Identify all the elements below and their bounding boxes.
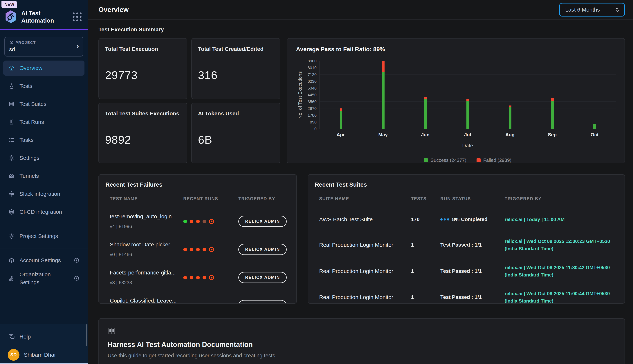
recent-runs-dots[interactable] [183, 247, 238, 252]
sidebar-item-tunnels[interactable]: Tunnels [3, 168, 85, 184]
chevron-right-icon: › [76, 42, 79, 51]
stat-title: AI Tokens Used [198, 110, 274, 125]
project-selector[interactable]: PROJECT sd › [5, 37, 83, 56]
legend-item-success[interactable]: Success (24377) [424, 158, 466, 163]
stat-card-ai-tokens: AI Tokens Used 6B [191, 103, 280, 163]
suite-triggered-by[interactable]: relicx.ai | Wed Oct 08 2025 11:00:44 GMT… [505, 290, 618, 304]
suite-name[interactable]: Real Production Login Monitor [319, 294, 411, 300]
suite-name[interactable]: AWS Batch Test Suite [319, 216, 411, 222]
sidebar-item-label: Help [20, 334, 31, 340]
sidebar-item-test-suites[interactable]: Test Suites [3, 96, 85, 112]
docs-description: Use this guide to get started recording … [108, 352, 616, 359]
recent-runs-dots[interactable] [183, 219, 238, 224]
suite-tests-count: 170 [411, 216, 440, 222]
test-meta: v4 | 81996 [110, 224, 183, 229]
sidebar-item-test-runs[interactable]: Test Runs [3, 114, 85, 130]
flask-icon [9, 83, 15, 89]
table-row[interactable]: Real Production Login Monitor 1 Test Pas… [315, 284, 618, 304]
sidebar-item-slack[interactable]: Slack integration [3, 186, 85, 202]
suite-run-status: Test Passed : 1/1 [440, 294, 505, 300]
sidebar-item-label: Tunnels [20, 173, 39, 179]
triggered-by-button[interactable]: RELICX ADMIN [238, 216, 287, 227]
sidebar-nav: Overview Tests Test Suites Test Runs [0, 60, 88, 289]
stat-value: 316 [198, 68, 274, 82]
project-cube-icon [9, 40, 14, 45]
test-meta: v3 | 63238 [110, 280, 183, 286]
recent-runs-dots[interactable] [183, 275, 238, 280]
sidebar-item-organization-settings[interactable]: Organization Settings [3, 271, 85, 286]
stat-card-suite-executions: Total Test Suites Executions 9892 [98, 103, 187, 163]
legend-success-swatch [424, 158, 428, 162]
project-label: PROJECT [16, 40, 36, 45]
suite-tests-count: 1 [411, 268, 440, 274]
docs-title: Harness AI Test Automation Documentation [108, 341, 616, 348]
sidebar-item-tasks[interactable]: Tasks [3, 132, 85, 148]
list-icon [9, 137, 15, 143]
recent-runs-dots[interactable] [183, 303, 238, 304]
test-name[interactable]: test-removing_auto_login... [110, 213, 183, 220]
sidebar-item-project-settings[interactable]: Project Settings [3, 228, 85, 244]
time-range-select[interactable]: Last 6 Months [559, 3, 625, 16]
sidebar-item-help[interactable]: Help [3, 329, 85, 344]
user-menu[interactable]: SD Shibam Dhar [0, 346, 88, 364]
sidebar-item-label: CI-CD integration [20, 209, 62, 215]
test-name[interactable]: Shadow root Date picker ... [110, 242, 183, 248]
legend-item-failed[interactable]: Failed (2939) [477, 158, 511, 163]
suite-status-text: Test Passed : 1/1 [440, 294, 482, 300]
table-row[interactable]: Real Production Login Monitor 1 Test Pas… [315, 258, 618, 284]
sidebar-item-tests[interactable]: Tests [3, 78, 85, 94]
suite-tests-count: 1 [411, 242, 440, 248]
sidebar-item-label: Project Settings [20, 233, 58, 239]
sidebar-item-label: Slack integration [20, 191, 60, 197]
table-row[interactable]: Real Production Login Monitor 1 Test Pas… [315, 232, 618, 258]
suite-name[interactable]: Real Production Login Monitor [319, 242, 411, 248]
sidebar-item-settings[interactable]: Settings [3, 150, 85, 166]
suite-triggered-by[interactable]: relicx.ai | Today | 11:00 AM [505, 216, 618, 223]
section-title: Test Execution Summary [98, 26, 625, 33]
column-header: RUN STATUS [440, 196, 505, 201]
table-row[interactable]: Facets-performance-gitla... v3 | 63238 R… [105, 263, 290, 291]
table-row[interactable]: Copilot: Classified: Leave... v6 | 63129… [105, 291, 290, 304]
stat-card-total-test-execution: Total Test Execution 29773 [98, 38, 187, 99]
triggered-by-button[interactable]: RELICX ADMIN [238, 272, 287, 283]
sidebar-item-account-settings[interactable]: Account Settings [3, 253, 85, 268]
test-name[interactable]: Copilot: Classified: Leave... [110, 298, 183, 304]
divider [0, 248, 88, 248]
column-header: SUITE NAME [319, 196, 411, 201]
info-icon[interactable] [74, 276, 79, 281]
main-content: Overview Last 6 Months Test Execution Su… [88, 0, 633, 364]
stat-card-total-test-created: Total Test Created/Edited 316 [191, 38, 280, 99]
stat-value: 6B [198, 133, 274, 146]
stat-title: Total Test Created/Edited [198, 45, 274, 60]
suite-triggered-by[interactable]: relicx.ai | Wed Oct 08 2025 11:30:42 GMT… [505, 264, 618, 279]
triggered-by-button[interactable]: RELICX ADMIN [238, 300, 287, 304]
docs-book-icon [108, 327, 116, 335]
cicd-icon [9, 209, 15, 215]
page-title: Overview [98, 6, 129, 14]
triggered-by-button[interactable]: RELICX ADMIN [238, 244, 287, 255]
chart-legend: Success (24377) Failed (2939) [320, 158, 616, 163]
app-logo-icon [5, 10, 17, 24]
stat-value: 29773 [105, 68, 181, 82]
progress-dots-icon [440, 218, 449, 220]
recent-test-suites-card: Recent Test Suites SUITE NAME TESTS RUN … [308, 174, 625, 304]
sidebar-item-label: Settings [20, 155, 39, 161]
sidebar-item-cicd[interactable]: CI-CD integration [3, 204, 85, 220]
suite-name[interactable]: Real Production Login Monitor [319, 268, 411, 274]
info-icon[interactable] [74, 258, 79, 263]
sidebar-horizontal-scrollbar[interactable] [0, 363, 88, 364]
chart-plot [320, 61, 616, 129]
app-title: AI Test Automation [21, 10, 60, 24]
test-name[interactable]: Facets-performance-gitla... [110, 270, 183, 276]
table-row[interactable]: test-removing_auto_login... v4 | 81996 R… [105, 207, 290, 235]
sidebar-item-label: Test Suites [20, 101, 47, 107]
table-row[interactable]: AWS Batch Test Suite 170 8% Completed re… [315, 207, 618, 232]
sidebar-item-overview[interactable]: Overview [3, 60, 85, 76]
sidebar-item-label: Tasks [20, 137, 34, 143]
apps-grid-icon[interactable] [72, 12, 83, 22]
table-row[interactable]: Shadow root Date picker ... v0 | 81466 R… [105, 235, 290, 263]
suite-status-text: 8% Completed [452, 216, 488, 222]
project-name: sd [9, 46, 79, 52]
suite-triggered-by[interactable]: relicx.ai | Wed Oct 08 2025 12:00:23 GMT… [505, 238, 618, 252]
sidebar-scrollbar[interactable] [86, 324, 87, 346]
